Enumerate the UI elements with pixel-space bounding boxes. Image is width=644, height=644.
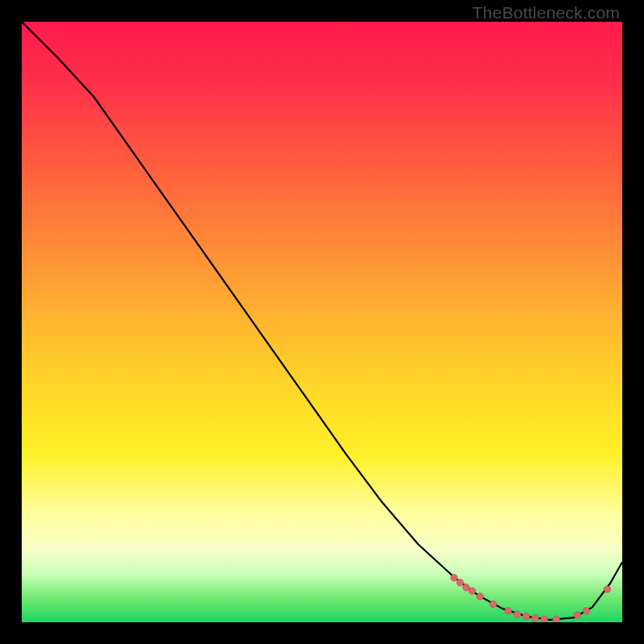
curve-marker — [505, 608, 511, 614]
curve-marker — [541, 616, 547, 622]
chart-frame — [22, 22, 622, 622]
curve-marker — [514, 611, 520, 617]
curve-line — [22, 22, 622, 620]
curve-marker — [456, 580, 463, 586]
chart-svg — [22, 22, 622, 622]
curve-marker — [574, 612, 580, 618]
curve-marker — [463, 584, 469, 591]
curve-marker — [532, 615, 539, 621]
curve-marker — [489, 601, 496, 607]
curve-marker — [522, 613, 529, 619]
curve-marker — [583, 608, 589, 614]
curve-marker — [469, 588, 475, 594]
curve-marker — [477, 593, 483, 600]
curve-marker — [553, 616, 559, 622]
curve-markers — [451, 575, 611, 622]
curve-marker — [451, 575, 457, 581]
bottleneck-curve — [22, 22, 622, 620]
curve-marker — [604, 586, 610, 592]
watermark-text: TheBottleneck.com — [473, 3, 620, 23]
